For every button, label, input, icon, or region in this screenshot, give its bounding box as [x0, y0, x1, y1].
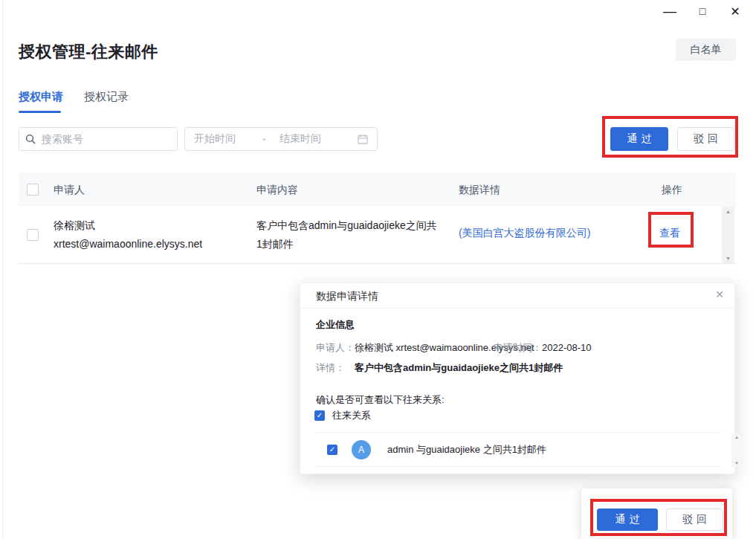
applicant-email: xrtest@waimaoonline.elysys.net	[54, 235, 202, 254]
relation-item-text: admin 与guaidaojieke 之间共1封邮件	[387, 443, 546, 456]
column-operation: 操作	[662, 184, 682, 197]
search-icon	[25, 134, 36, 144]
company-info-heading: 企业信息	[316, 318, 355, 332]
page-title: 授权管理-往来邮件	[19, 41, 158, 63]
detail-label: 详情：	[316, 362, 345, 373]
whitelist-button[interactable]: 白名单	[676, 39, 736, 61]
close-button[interactable]: ✕	[724, 0, 746, 22]
approve-button-top[interactable]: 通过	[610, 127, 668, 151]
dialog-header-divider	[300, 308, 734, 309]
relation-list-item: A admin 与guaidaojieke 之间共1封邮件	[327, 433, 546, 466]
account-search-box	[19, 127, 178, 151]
relation-label: 往来关系	[332, 409, 371, 422]
relation-list: A admin 与guaidaojieke 之间共1封邮件 ▲ ▼	[316, 432, 720, 467]
table-header: 申请人 申请内容 数据详情 操作	[19, 172, 736, 207]
relation-list-scrollbar[interactable]: ▲ ▼	[731, 433, 742, 467]
data-request-detail-dialog: 数据申请详情 ✕ 企业信息 申请人：徐榕测试 xrtest@waimaoonli…	[300, 283, 735, 474]
minimize-button[interactable]: —	[659, 0, 681, 22]
scroll-up-icon[interactable]: ▲	[726, 207, 731, 216]
table-scrollbar[interactable]: ▲ ▼	[722, 207, 734, 263]
date-range-picker[interactable]: 开始时间 - 结束时间	[184, 127, 378, 151]
applicant-cell: 徐榕测试 xrtest@waimaoonline.elysys.net	[54, 216, 202, 254]
calendar-icon	[358, 134, 368, 144]
avatar: A	[352, 440, 371, 459]
search-input[interactable]	[40, 132, 171, 146]
relation-checkbox-row: 往来关系	[314, 409, 371, 422]
applicant-name: 徐榕测试	[54, 216, 202, 235]
column-applicant: 申请人	[54, 184, 85, 197]
confirm-question-text: 确认是否可查看以下往来关系:	[316, 393, 445, 407]
request-content-cell: 客户中包含admin与guaidaojieke之间共1封邮件	[256, 216, 441, 254]
scroll-up-icon[interactable]: ▲	[734, 433, 739, 441]
reject-button-top[interactable]: 驳回	[677, 127, 734, 151]
approve-button-dialog[interactable]: 通过	[597, 509, 658, 531]
date-separator: -	[262, 133, 266, 145]
column-content: 申请内容	[256, 184, 298, 197]
dialog-close-icon[interactable]: ✕	[715, 288, 724, 300]
data-detail-link[interactable]: (美国白宫大盗股份有限公司)	[459, 227, 590, 240]
scroll-down-icon[interactable]: ▼	[734, 459, 739, 467]
detail-line: 详情：客户中包含admin与guaidaojieke之间共1封邮件	[316, 361, 563, 375]
apply-time-line: 申请时间：2022-08-10	[494, 341, 592, 355]
dialog-footer-panel: 通过 驳回	[581, 488, 732, 539]
app-window: — □ ✕ 授权管理-往来邮件 白名单 授权申请 授权记录 开始时间 - 结束时…	[0, 0, 756, 539]
applicant-label: 申请人：	[316, 342, 355, 353]
maximize-button[interactable]: □	[691, 0, 714, 22]
detail-value: 客户中包含admin与guaidaojieke之间共1封邮件	[355, 362, 563, 373]
scroll-down-icon[interactable]: ▼	[726, 254, 731, 263]
apply-time-label: 申请时间：	[494, 342, 542, 353]
column-data-detail: 数据详情	[459, 184, 500, 197]
table-row: 徐榕测试 xrtest@waimaoonline.elysys.net 客户中包…	[19, 207, 736, 264]
relation-checkbox[interactable]	[314, 410, 325, 421]
start-date-placeholder[interactable]: 开始时间	[194, 132, 236, 146]
active-tab-underline	[19, 111, 61, 113]
view-link[interactable]: 查看	[659, 227, 680, 240]
window-left-edge	[2, 0, 3, 539]
item-checkbox[interactable]	[327, 445, 337, 455]
select-all-checkbox[interactable]	[27, 184, 39, 196]
tab-authorization-records[interactable]: 授权记录	[84, 90, 129, 104]
row-checkbox[interactable]	[27, 229, 39, 241]
end-date-placeholder[interactable]: 结束时间	[280, 132, 321, 146]
apply-time-value: 2022-08-10	[542, 342, 592, 353]
reject-button-dialog[interactable]: 驳回	[666, 509, 723, 531]
dialog-title: 数据申请详情	[316, 290, 378, 303]
tab-authorization-apply[interactable]: 授权申请	[19, 90, 63, 104]
